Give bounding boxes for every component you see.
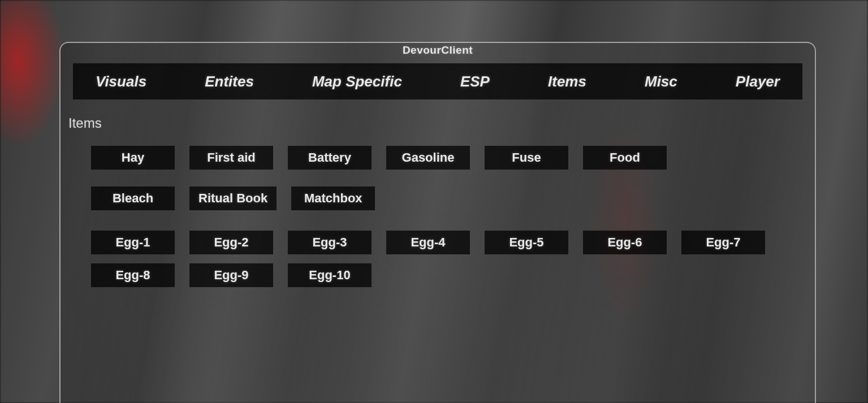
tab-esp[interactable]: ESP [460,73,490,90]
tab-visuals[interactable]: Visuals [96,73,146,90]
items-row-1: Hay First aid Battery Gasoline Fuse Food [91,146,802,170]
item-matchbox-button[interactable]: Matchbox [291,187,375,210]
item-ritualbook-button[interactable]: Ritual Book [189,187,277,210]
section-title: Items [68,115,802,131]
item-egg-3-button[interactable]: Egg-3 [288,231,372,254]
tab-items[interactable]: Items [548,73,586,90]
item-egg-8-button[interactable]: Egg-8 [91,263,175,287]
item-egg-1-button[interactable]: Egg-1 [91,231,175,254]
tab-player[interactable]: Player [736,73,780,90]
cheat-menu-panel: DevourClient Visuals Entites Map Specifi… [59,42,816,403]
item-egg-6-button[interactable]: Egg-6 [583,231,667,254]
item-egg-4-button[interactable]: Egg-4 [386,231,470,254]
item-gasoline-button[interactable]: Gasoline [386,146,470,170]
item-food-button[interactable]: Food [583,146,667,170]
tab-misc[interactable]: Misc [645,73,677,90]
item-bleach-button[interactable]: Bleach [91,187,175,210]
items-grid: Hay First aid Battery Gasoline Fuse Food… [73,146,802,287]
eggs-row-2: Egg-8 Egg-9 Egg-10 [91,263,802,287]
items-row-2: Bleach Ritual Book Matchbox [91,187,802,210]
item-firstaid-button[interactable]: First aid [189,146,273,170]
tab-map-specific[interactable]: Map Specific [312,73,402,90]
item-egg-2-button[interactable]: Egg-2 [189,231,273,254]
item-egg-7-button[interactable]: Egg-7 [681,231,765,254]
item-battery-button[interactable]: Battery [288,146,372,170]
item-fuse-button[interactable]: Fuse [485,146,568,170]
item-hay-button[interactable]: Hay [91,146,175,170]
item-egg-5-button[interactable]: Egg-5 [485,231,568,254]
item-egg-10-button[interactable]: Egg-10 [288,263,372,287]
item-egg-9-button[interactable]: Egg-9 [189,263,273,287]
tab-bar: Visuals Entites Map Specific ESP Items M… [73,63,802,99]
tab-entities[interactable]: Entites [205,73,254,90]
eggs-row-1: Egg-1 Egg-2 Egg-3 Egg-4 Egg-5 Egg-6 Egg-… [91,231,802,254]
window-title: DevourClient [61,44,815,57]
